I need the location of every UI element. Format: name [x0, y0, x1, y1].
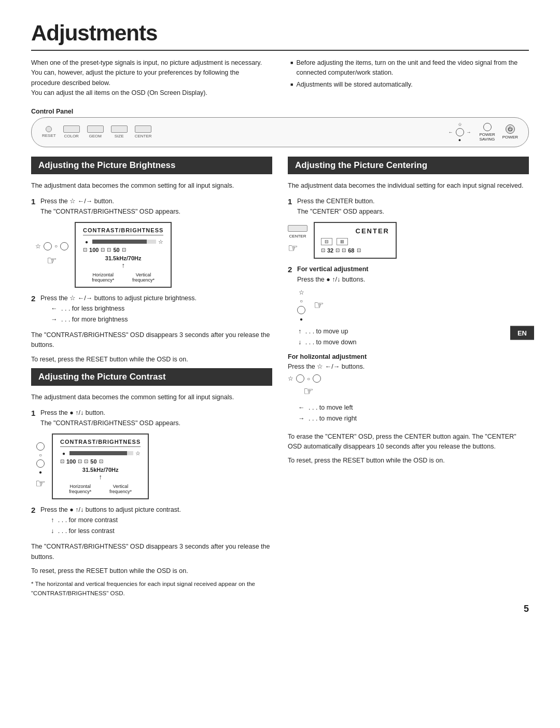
cp-geom-btn: GEOM [87, 125, 104, 138]
horiz-dot-icon: ○ [307, 376, 310, 382]
centering-step1-sub: The "CENTER" OSD appears. [297, 208, 384, 215]
brightness-step1-content: Press the ☆ ←/→ button. The "CONTRAST/BR… [40, 196, 272, 217]
centering-hand-icon: ☞ [288, 242, 307, 255]
contrast-step2-num: 2 [31, 505, 35, 515]
horiz-icons-row: ☆ ○ [288, 374, 321, 383]
center-sep: ⊡ [342, 247, 346, 253]
vert-up: . . . to move up [298, 326, 529, 337]
osd-contrast-fill [92, 240, 147, 244]
contrast-step1-text: Press the ● ↑/↓ button. [40, 409, 105, 416]
cp-saving-label: POWERSAVING [480, 132, 495, 142]
contrast-step2-list: . . . for more contrast . . . for less c… [51, 515, 272, 537]
cp-dot-icon: ● [458, 137, 461, 143]
contrast-freq-label2: Vertical frequency* [109, 484, 132, 494]
cp-color-rect [63, 125, 80, 133]
contrast-note: The "CONTRAST/BRIGHTNESS" OSD disappears… [31, 542, 272, 562]
centering-vert-text: Press the ● ↑/↓ buttons. [297, 276, 365, 283]
control-panel-diagram: RESET COLOR GEOM SIZE CENTER ☆ [31, 117, 529, 147]
center-osd-box: CENTER ⊟ ⊞ ⊡ 32 ⊡ ⊡ 68 ⊡ [314, 222, 397, 259]
osd-sep: ⊡ [107, 247, 111, 253]
brightness-header: Adjusting the Picture Brightness [31, 157, 272, 174]
title-divider [31, 50, 529, 51]
brightness-osd-box: CONTRAST/BRIGHTNESS ● ☆ ⊡ 100 ⊡ ⊡ 50 ⊡ 3… [75, 222, 172, 288]
contrast-osd-freq: 31.5kHz/70Hz [60, 467, 141, 473]
contrast-desc: The adjustment data becomes the common s… [31, 392, 272, 402]
cp-size-btn: SIZE [111, 125, 128, 138]
brightness-desc: The adjustment data becomes the common s… [31, 180, 272, 191]
cp-sun-icon: ☆ [458, 122, 462, 127]
contrast-step2-content: Press the ● ↑/↓ buttons to adjust pictur… [40, 505, 272, 537]
cp-reset-btn: RESET [42, 126, 56, 138]
centering-step1: 1 Press the CENTER button. The "CENTER" … [288, 196, 529, 217]
cp-color-btn: COLOR [63, 125, 80, 138]
brightness-osd-row-vals: ⊡ 100 ⊡ ⊡ 50 ⊡ [83, 247, 163, 253]
intro-left: When one of the preset-type signals is i… [31, 58, 270, 99]
col-left: Adjusting the Picture Brightness The adj… [31, 157, 272, 598]
horiz-right: . . . to move right [298, 413, 529, 424]
brightness-step2: 2 Press the ☆ ←/→ buttons to adjust pict… [31, 293, 272, 326]
contrast-header: Adjusting the Picture Contrast [31, 368, 272, 386]
center-val2: 68 [348, 247, 354, 254]
contrast-step1-content: Press the ● ↑/↓ button. The "CONTRAST/BR… [40, 408, 272, 428]
centering-step2-content: For vertical adjustment Press the ● ↑/↓ … [297, 264, 529, 285]
center-bracket3: ⊡ [357, 247, 361, 253]
contrast-osd-arrow: ↑ [60, 473, 141, 481]
center-osd-title: CENTER [321, 227, 389, 235]
cp-size-label: SIZE [115, 134, 124, 138]
center-left-buttons: CENTER [288, 225, 307, 239]
cp-left-arrow-icon: ← [449, 130, 453, 135]
brightness-osd-freq: 31.5kHz/70Hz [83, 255, 163, 261]
osd-circle-right [60, 242, 68, 250]
horiz-text: Press the ☆ ←/→ buttons. [288, 362, 529, 370]
osd-sun-icon: ☆ [35, 243, 41, 250]
centering-step2-num: 2 [288, 264, 292, 275]
cp-circle1 [456, 128, 464, 136]
osd-contrast-bar [92, 240, 156, 244]
centering-vert-label: For vertical adjustment [297, 265, 369, 273]
contrast-icon1 [36, 442, 45, 451]
center-val1: 32 [327, 247, 333, 254]
contrast-step2-text: Press the ● ↑/↓ buttons to adjust pictur… [40, 506, 181, 513]
osd-bracket-right1: ⊡ [101, 247, 105, 253]
cp-geom-label: GEOM [89, 134, 101, 138]
intro-right: Before adjusting the items, turn on the … [290, 58, 529, 99]
osd-bracket-c3: ⊡ [99, 458, 103, 464]
osd-bracket-right2: ⊡ [122, 247, 126, 253]
brightness-step1-text: Press the ☆ ←/→ button. [40, 198, 114, 205]
osd-circle-left [44, 242, 52, 250]
brightness-note: The "CONTRAST/BRIGHTNESS" OSD disappears… [31, 330, 272, 351]
intro-section: When one of the preset-type signals is i… [31, 58, 529, 99]
osd-sun-icon3: ☆ [135, 450, 141, 457]
contrast-dot-icon2: ● [39, 469, 42, 475]
center-bracket2: ⊡ [335, 247, 340, 253]
horiz-adj-diagram: ☆ ○ [288, 374, 529, 383]
center-bracket1: ⊡ [321, 247, 325, 253]
osd-contrast-bar2 [69, 451, 133, 455]
osd-freq-label2: Vertical frequency* [132, 272, 155, 283]
brightness-step2-text: Press the ☆ ←/→ buttons to adjust pictur… [40, 295, 197, 302]
page-title: Adjustments [31, 21, 529, 46]
control-panel-section: Control Panel RESET COLOR GEOM SIZE CENT… [31, 108, 529, 147]
vert-adj-list: . . . to move up . . . to move down [298, 326, 529, 348]
contrast-icon2 [36, 459, 45, 468]
cp-center-rect [135, 125, 151, 133]
brightness-step2-num: 2 [31, 293, 35, 304]
brightness-reset: To reset, press the RESET button while t… [31, 356, 272, 363]
center-osd-row: ⊡ 32 ⊡ ⊡ 68 ⊡ [321, 247, 389, 254]
vert-sun-icon: ☆ [299, 289, 304, 296]
page-number: 5 [31, 604, 529, 614]
centering-step1-text: Press the CENTER button. [297, 198, 374, 205]
center-btn1 [288, 225, 307, 232]
cp-saving-btn: POWERSAVING [480, 123, 495, 142]
contrast-hand-icon: ☞ [35, 477, 46, 491]
brightness-osd-freq-labels: Horizontal frequency* Vertical frequency… [83, 272, 163, 283]
vert-circle: ○ [300, 298, 303, 304]
brightness-more: . . . for more brightness [51, 314, 272, 325]
center-osd-icon-row: ⊟ ⊞ [321, 238, 389, 245]
osd-val2: 50 [113, 247, 119, 253]
osd-sun-icon2: ☆ [158, 239, 163, 245]
vert-hand-icon: ☞ [314, 299, 324, 312]
center-btn1-label: CENTER [288, 234, 307, 239]
horiz-sun-icon: ☆ [288, 375, 293, 382]
contrast-osd-title: CONTRAST/BRIGHTNESS [60, 439, 141, 447]
